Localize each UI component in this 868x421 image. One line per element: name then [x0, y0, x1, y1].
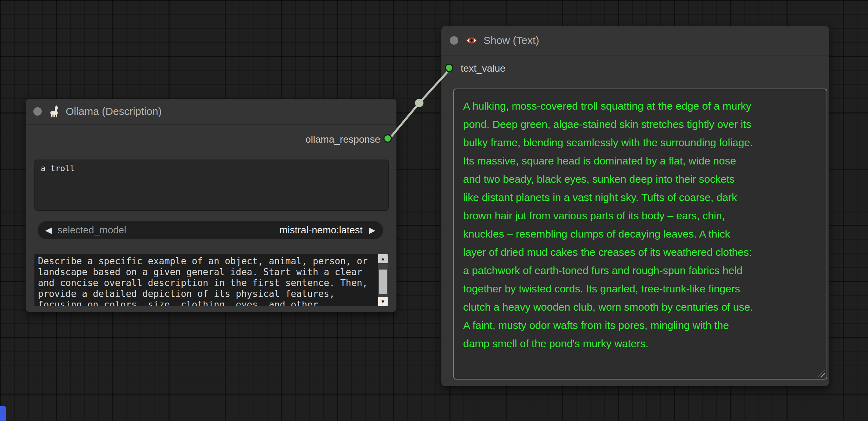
input-slot-label: text_value — [461, 63, 506, 74]
resize-grip-icon[interactable] — [817, 370, 825, 377]
selected-model-combo[interactable]: ◀ selected_model mistral-nemo:latest ▶ — [38, 221, 383, 239]
link-wire — [389, 69, 450, 140]
combo-label: selected_model — [57, 225, 126, 236]
ollama-response-output-slot[interactable] — [383, 134, 392, 143]
system-prompt-text: Describe a specific example of an object… — [34, 254, 378, 306]
link-midpoint-dot — [415, 99, 423, 107]
output-slot-label: ollama_response — [305, 134, 380, 145]
prompt-text-input[interactable]: a troll — [34, 160, 389, 211]
prev-model-icon[interactable]: ◀ — [45, 226, 52, 234]
ollama-node-header[interactable]: Ollama (Description) — [26, 99, 396, 125]
system-prompt-textarea[interactable]: Describe a specific example of an object… — [34, 254, 388, 306]
collapse-dot-icon[interactable] — [450, 36, 458, 45]
ollama-description-node[interactable]: Ollama (Description) ollama_response a t… — [26, 99, 396, 312]
show-text-node[interactable]: Show (Text) text_value A hulking, moss-c… — [441, 26, 829, 386]
llama-icon — [48, 105, 61, 118]
combo-value: mistral-nemo:latest — [280, 225, 363, 236]
node-title: Show (Text) — [484, 34, 539, 46]
collapse-dot-icon[interactable] — [33, 107, 42, 116]
show-text-content: A hulking, moss-covered troll squatting … — [463, 97, 817, 353]
textarea-scrollbar[interactable]: ▲ ▼ — [378, 254, 388, 306]
offscreen-node-fragment[interactable] — [0, 406, 6, 421]
text-value-input-slot[interactable] — [445, 64, 453, 72]
next-model-icon[interactable]: ▶ — [369, 226, 375, 234]
node-title: Ollama (Description) — [66, 105, 162, 117]
eye-icon — [465, 34, 478, 47]
show-text-display[interactable]: A hulking, moss-covered troll squatting … — [453, 89, 827, 380]
scroll-down-icon[interactable]: ▼ — [378, 297, 388, 306]
scrollbar-thumb[interactable] — [379, 270, 387, 294]
scroll-up-icon[interactable]: ▲ — [378, 254, 388, 263]
show-node-header[interactable]: Show (Text) — [441, 26, 829, 56]
